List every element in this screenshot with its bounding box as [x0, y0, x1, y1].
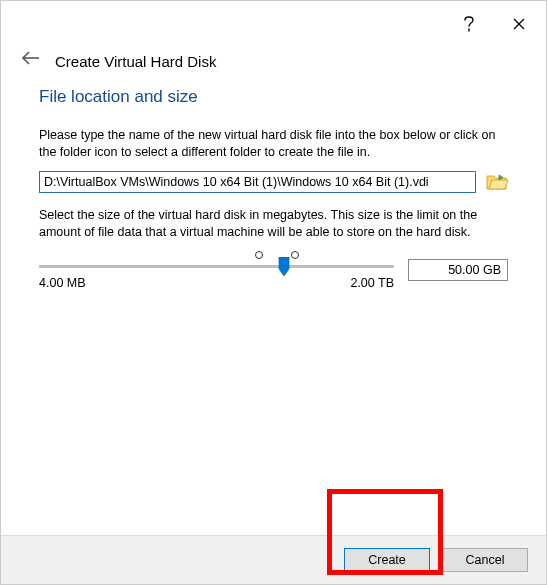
size-slider-thumb[interactable]	[277, 257, 291, 277]
wizard-title: Create Virtual Hard Disk	[55, 53, 216, 70]
section-title: File location and size	[39, 87, 508, 107]
dialog-window: Create Virtual Hard Disk File location a…	[0, 0, 547, 585]
path-row	[39, 171, 508, 193]
size-description: Select the size of the virtual hard disk…	[39, 207, 508, 241]
size-display[interactable]	[408, 259, 508, 281]
create-button[interactable]: Create	[344, 548, 430, 572]
file-path-input[interactable]	[39, 171, 476, 193]
help-icon[interactable]	[460, 15, 478, 33]
slider-ticks	[39, 251, 394, 263]
slider-min-label: 4.00 MB	[39, 276, 86, 290]
content: File location and size Please type the n…	[9, 85, 538, 290]
browse-folder-icon[interactable]	[486, 172, 508, 192]
slider-max-label: 2.00 TB	[350, 276, 394, 290]
path-description: Please type the name of the new virtual …	[39, 127, 508, 161]
cancel-button[interactable]: Cancel	[442, 548, 528, 572]
back-arrow-icon[interactable]	[21, 51, 41, 71]
slider-labels: 4.00 MB 2.00 TB	[39, 276, 394, 290]
titlebar	[9, 9, 538, 43]
button-bar: Create Cancel	[1, 535, 546, 584]
close-icon[interactable]	[510, 15, 528, 33]
size-slider-area: 4.00 MB 2.00 TB	[39, 251, 508, 290]
size-slider-track[interactable]	[39, 265, 394, 268]
header: Create Virtual Hard Disk	[9, 43, 538, 85]
